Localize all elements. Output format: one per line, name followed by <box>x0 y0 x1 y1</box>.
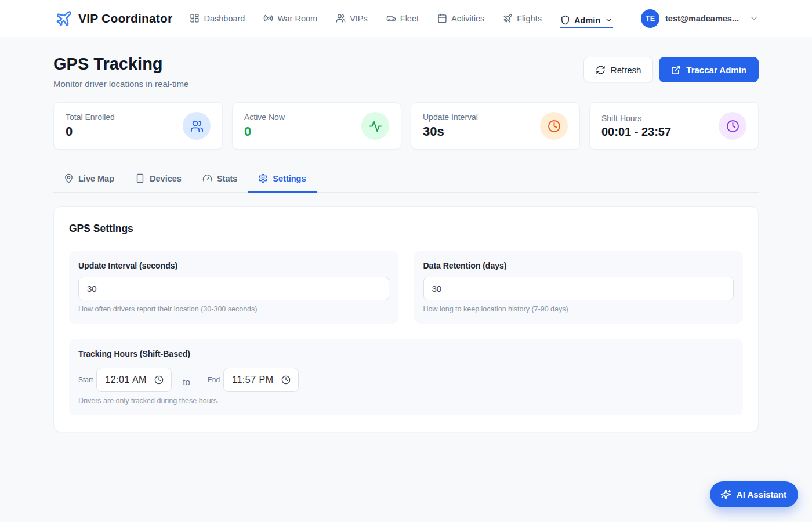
nav-item-flights[interactable]: Flights <box>503 10 542 27</box>
smartphone-icon <box>135 173 145 183</box>
stat-label: Total Enrolled <box>66 113 115 122</box>
refresh-icon <box>596 65 606 75</box>
data-retention-panel: Data Retention (days) How long to keep l… <box>414 251 744 324</box>
header-actions: Refresh Traccar Admin <box>583 57 759 82</box>
brand[interactable]: VIP Coordinator <box>55 10 172 27</box>
update-interval-help: How often drivers report their location … <box>78 305 389 313</box>
update-interval-input[interactable] <box>78 277 389 300</box>
page-title: GPS Tracking <box>53 55 188 74</box>
gear-icon <box>258 173 268 183</box>
tab-settings[interactable]: Settings <box>248 166 316 193</box>
data-retention-help: How long to keep location history (7-90 … <box>423 305 734 313</box>
dashboard-icon <box>190 13 200 23</box>
clock-icon <box>154 375 164 385</box>
data-retention-input[interactable] <box>423 277 734 300</box>
avatar: TE <box>641 9 659 28</box>
settings-title: GPS Settings <box>69 223 743 235</box>
nav-label: War Room <box>277 14 317 23</box>
stat-card-shift-hours: Shift Hours 00:01 - 23:57 <box>589 102 759 150</box>
stat-value: 00:01 - 23:57 <box>601 125 671 139</box>
start-label: Start <box>78 376 93 384</box>
users-icon <box>336 13 346 23</box>
user-email: test@madeames... <box>665 14 739 23</box>
nav-label: Admin <box>574 16 600 25</box>
tab-stats[interactable]: Stats <box>192 166 248 193</box>
nav-label: Flights <box>517 14 542 23</box>
end-label: End <box>208 376 220 384</box>
nav-item-admin[interactable]: Admin <box>560 12 613 28</box>
stat-card-total-enrolled: Total Enrolled 0 <box>53 102 223 150</box>
nav-item-activities[interactable]: Activities <box>437 10 484 27</box>
activity-icon <box>361 112 389 140</box>
stat-label: Shift Hours <box>601 114 671 123</box>
shield-icon <box>560 15 570 25</box>
stat-value: 0 <box>244 124 285 139</box>
ai-assistant-label: AI Assistant <box>737 490 786 499</box>
stats-row: Total Enrolled 0 Active Now 0 Update Int… <box>53 102 759 150</box>
chevron-down-icon <box>749 14 759 23</box>
tracking-hours-panel: Tracking Hours (Shift-Based) Start 12:01… <box>69 339 743 415</box>
car-icon <box>386 13 396 23</box>
tab-label: Devices <box>150 174 182 183</box>
stat-card-active-now: Active Now 0 <box>232 102 401 150</box>
tracking-hours-label: Tracking Hours (Shift-Based) <box>78 349 734 358</box>
refresh-label: Refresh <box>611 65 641 75</box>
calendar-icon <box>437 13 447 23</box>
user-menu[interactable]: TE test@madeames... <box>641 9 759 28</box>
tab-live-map[interactable]: Live Map <box>53 166 125 193</box>
nav-item-vips[interactable]: VIPs <box>336 10 368 27</box>
clock-icon <box>281 375 291 385</box>
nav-label: Fleet <box>400 14 419 23</box>
nav-label: Activities <box>451 14 484 23</box>
start-time-input[interactable]: 12:01 AM <box>96 368 172 392</box>
end-time-value: 11:57 PM <box>232 375 273 385</box>
nav-item-war-room[interactable]: War Room <box>263 10 317 27</box>
users-icon <box>183 112 211 140</box>
gps-settings-card: GPS Settings Update Interval (seconds) H… <box>53 206 759 432</box>
refresh-button[interactable]: Refresh <box>583 57 654 82</box>
sparkles-icon <box>720 489 731 500</box>
nav-label: VIPs <box>350 14 368 23</box>
data-retention-label: Data Retention (days) <box>423 261 734 270</box>
page-subtitle: Monitor driver locations in real-time <box>53 79 188 89</box>
tracking-hours-help: Drivers are only tracked during these ho… <box>78 397 734 405</box>
top-navbar: VIP Coordinator Dashboard War Room VIPs … <box>0 0 812 37</box>
update-interval-label: Update Interval (seconds) <box>78 261 389 270</box>
traccar-admin-button[interactable]: Traccar Admin <box>659 57 759 82</box>
radio-icon <box>263 13 273 23</box>
tab-label: Stats <box>217 174 237 183</box>
stat-value: 30s <box>423 124 478 139</box>
nav-label: Dashboard <box>204 14 245 23</box>
end-time-input[interactable]: 11:57 PM <box>223 368 299 392</box>
tab-bar: Live Map Devices Stats Settings <box>53 166 759 193</box>
plane-logo-icon <box>55 10 72 27</box>
brand-title: VIP Coordinator <box>78 12 172 26</box>
stat-value: 0 <box>66 124 115 139</box>
to-label: to <box>183 377 190 387</box>
map-pin-icon <box>64 173 74 183</box>
stat-card-update-interval: Update Interval 30s <box>411 102 580 150</box>
clock-icon <box>540 112 568 140</box>
chevron-down-icon <box>604 16 613 24</box>
stat-label: Active Now <box>244 113 285 122</box>
nav-item-fleet[interactable]: Fleet <box>386 10 419 27</box>
update-interval-panel: Update Interval (seconds) How often driv… <box>69 251 398 324</box>
plane-icon <box>503 13 513 23</box>
tab-devices[interactable]: Devices <box>125 166 192 193</box>
stat-label: Update Interval <box>423 113 478 122</box>
tab-label: Live Map <box>78 174 114 183</box>
tab-label: Settings <box>273 174 306 183</box>
external-link-icon <box>671 65 681 75</box>
nav-item-dashboard[interactable]: Dashboard <box>190 10 245 27</box>
nav-links: Dashboard War Room VIPs Fleet Activities… <box>190 10 613 27</box>
clock-icon <box>719 112 746 140</box>
start-time-value: 12:01 AM <box>105 375 147 385</box>
gauge-icon <box>202 173 212 183</box>
ai-assistant-button[interactable]: AI Assistant <box>710 481 798 507</box>
traccar-label: Traccar Admin <box>686 65 746 75</box>
page-header: GPS Tracking Monitor driver locations in… <box>53 55 759 89</box>
